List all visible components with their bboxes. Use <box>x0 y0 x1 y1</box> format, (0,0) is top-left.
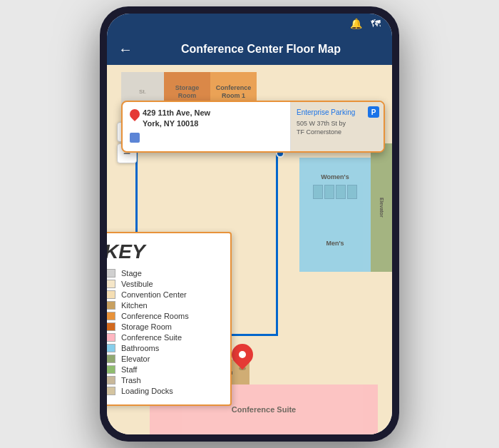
key-items: StageVestibuleConvention CenterKitchenCo… <box>107 269 220 395</box>
phone-shell: 🔔 🗺 ← Conference Center Floor Map St. St… <box>100 6 399 442</box>
nav-bar: ← Conference Center Floor Map <box>107 34 392 65</box>
key-label: Elevator <box>121 355 150 363</box>
popup-address: 429 11th Ave, New York, NY 10018 <box>143 108 210 130</box>
popup-left: 429 11th Ave, New York, NY 10018 <box>123 102 290 151</box>
room-elevator[interactable]: Elevator <box>371 143 392 272</box>
key-swatch <box>107 344 115 352</box>
key-item: Elevator <box>107 355 220 363</box>
room-mens[interactable]: Men's <box>299 215 371 272</box>
key-label: Loading Docks <box>121 387 173 395</box>
key-swatch <box>107 290 115 299</box>
key-item: Convention Center <box>107 290 220 299</box>
key-label: Staff <box>121 365 137 374</box>
location-pin <box>232 344 253 370</box>
key-item: Trash <box>107 376 220 385</box>
key-item: Conference Rooms <box>107 312 220 320</box>
key-swatch <box>107 301 115 310</box>
key-label: Bathrooms <box>121 344 159 352</box>
key-item: Stage <box>107 269 220 278</box>
key-label: Conference Suite <box>121 333 182 342</box>
store-icon <box>130 133 140 143</box>
key-label: Vestibule <box>121 280 153 288</box>
pin-inner <box>239 351 246 358</box>
key-swatch <box>107 333 115 342</box>
key-swatch <box>107 387 115 395</box>
room-womens[interactable]: Women's <box>299 158 371 215</box>
page-title: Conference Center Floor Map <box>141 43 381 56</box>
key-label: Storage Room <box>121 322 172 331</box>
bell-icon[interactable]: 🔔 <box>350 18 362 29</box>
pin-head <box>227 340 257 370</box>
phone-screen: 🔔 🗺 ← Conference Center Floor Map St. St… <box>107 14 392 434</box>
key-swatch <box>107 280 115 288</box>
key-overlay: KEY StageVestibuleConvention CenterKitch… <box>107 232 232 406</box>
map-popup[interactable]: 429 11th Ave, New York, NY 10018 P Enter… <box>121 101 385 153</box>
parking-badge: P <box>368 106 379 118</box>
key-item: Staff <box>107 365 220 374</box>
key-swatch <box>107 355 115 363</box>
map-container: St. Storage Room Conference Room 1 Eleva… <box>107 65 392 434</box>
back-button[interactable]: ← <box>118 41 133 58</box>
cornerstone-text: 505 W 37th St byTF Cornerstone <box>297 120 378 136</box>
key-swatch <box>107 312 115 320</box>
key-item: Vestibule <box>107 280 220 288</box>
key-label: Kitchen <box>121 301 148 310</box>
popup-pin-icon <box>128 107 142 121</box>
key-label: Trash <box>121 376 141 385</box>
key-swatch <box>107 376 115 385</box>
enterprise-parking-text: Enterprise Parking <box>297 108 378 117</box>
key-label: Stage <box>121 269 142 278</box>
key-item: Conference Suite <box>107 333 220 342</box>
key-swatch <box>107 365 115 374</box>
key-label: Convention Center <box>121 290 187 299</box>
key-item: Loading Docks <box>107 387 220 395</box>
key-swatch <box>107 269 115 278</box>
key-item: Kitchen <box>107 301 220 310</box>
map-icon[interactable]: 🗺 <box>371 18 381 29</box>
key-swatch <box>107 322 115 331</box>
key-item: Bathrooms <box>107 344 220 352</box>
key-title: KEY <box>107 240 220 263</box>
key-label: Conference Rooms <box>121 312 189 320</box>
status-bar: 🔔 🗺 <box>107 14 392 34</box>
popup-right: P Enterprise Parking 505 W 37th St byTF … <box>291 102 384 151</box>
key-item: Storage Room <box>107 322 220 331</box>
